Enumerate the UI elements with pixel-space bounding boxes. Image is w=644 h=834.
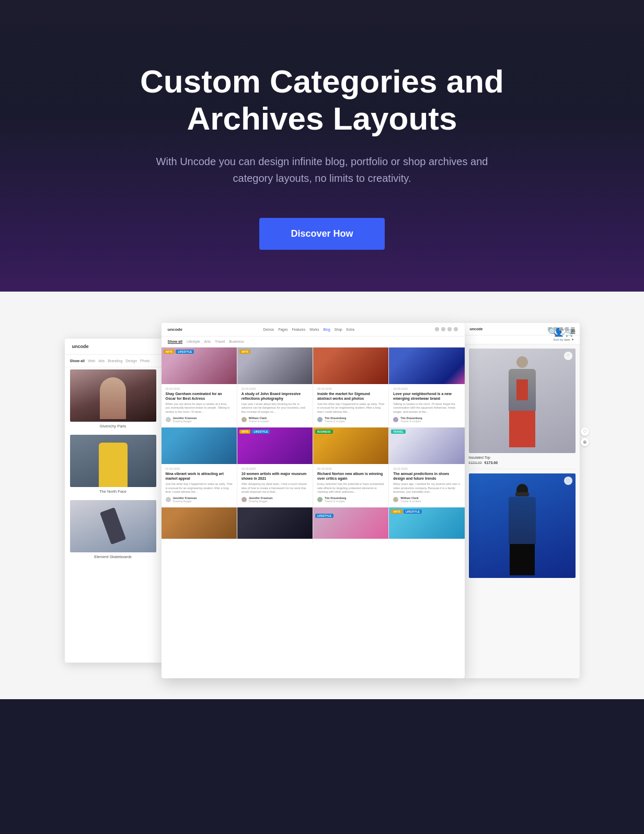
blog-card-9[interactable] (162, 507, 237, 543)
card-2-author-avatar (242, 417, 247, 422)
card-2-excerpt: Last year I wrote about why booking too … (242, 402, 308, 414)
filter-tab-photo[interactable]: Photo (140, 359, 150, 363)
sidebar-card-1[interactable]: Givenchy Paris (65, 367, 162, 433)
blog-nav-icons (435, 327, 458, 331)
filter-tab-design[interactable]: Design (125, 359, 137, 363)
hero-section: Custom Categories and Archives Layouts W… (0, 0, 644, 292)
nav-blog[interactable]: Blog (324, 328, 330, 331)
nav-works[interactable]: Works (309, 328, 319, 331)
card-4-date: 18.03.2020 (393, 387, 460, 390)
card-4-author-role: Trainer & sculptor (400, 420, 422, 423)
card-7-title: Richard Norton new album is winning over… (317, 471, 384, 481)
blog-card-5[interactable]: 07.03.2020 Nina vibrant work is attracti… (162, 427, 237, 507)
hero-subtitle: With Uncode you can design infinite blog… (155, 153, 489, 187)
product-1-price-old: €153.00 (469, 461, 482, 465)
blog-nav: uncode Demos Pages Features Works Blog S… (162, 323, 465, 337)
card-7-excerpt: Every selection has the potential to hav… (317, 482, 384, 494)
sidebar-action-2[interactable]: ⊕ (581, 438, 589, 446)
sidebar-action-1[interactable]: ♡ (581, 427, 589, 436)
filter-tab-all[interactable]: Show all (70, 359, 85, 363)
nav-features[interactable]: Features (292, 328, 306, 331)
nav-pages[interactable]: Pages (278, 328, 288, 331)
card-6-author-role: Drawing blogger (249, 500, 273, 503)
shop-user-icon[interactable]: 👤 (554, 327, 557, 331)
left-sidebar-logo: uncode (65, 339, 162, 355)
nav-shop[interactable]: Shop (335, 328, 342, 331)
card-7-author-avatar (317, 497, 323, 502)
card-3-date: 20.03.2020 (317, 387, 384, 390)
card-3-author-role: Trainer & sculptor (325, 420, 346, 423)
card-6-excerpt: After designing my ideal team, I had a m… (242, 482, 308, 494)
nav-extra[interactable]: Extra (347, 328, 354, 331)
card-5-date: 07.03.2020 (166, 467, 233, 470)
blog-nav-links: Demos Pages Features Works Blog Shop Ext… (263, 328, 354, 331)
blog-card-8[interactable]: TRAVEL 18.02.2020 The annual predictions… (389, 427, 464, 507)
blog-row-2: 07.03.2020 Nina vibrant work is attracti… (162, 427, 465, 507)
filter-lifestyle[interactable]: Lifestyle (187, 340, 200, 344)
discover-how-button[interactable]: Discover How (259, 218, 384, 250)
card-2-date: 22.03.2020 (242, 387, 308, 390)
shop-search-icon[interactable]: 🔍 (548, 327, 551, 331)
blog-card-2[interactable]: ARTS 22.03.2020 A study of John Board im… (237, 348, 313, 427)
tag-lifestyle: LIFESTYLE (176, 350, 194, 354)
tag-travel-8: TRAVEL (391, 430, 406, 434)
blog-row-1: ARTS LIFESTYLE 25.03.2020 Shay Garnham n… (162, 348, 465, 427)
card-5-excerpt: Just the other day I happened to wake up… (166, 482, 233, 494)
card-1-author-name: Jennifer Freeman (173, 416, 197, 420)
blog-filter-tabs: Show all Lifestyle Arts Travel Business (162, 337, 465, 348)
sidebar-card-3[interactable]: Element Skateboards (65, 498, 162, 563)
shop-sort[interactable]: Sort by later ▼ (465, 335, 580, 344)
card-1-title: Shay Garnham nominated for an Oscar for … (166, 391, 233, 401)
card-4-author-name: Tim Drazenberg (400, 416, 422, 420)
card-6-author-avatar (242, 497, 247, 502)
right-shop-wrapper: uncode 🔍 👤 ♡ 🛒 ≡ Sort by later ▼ (465, 323, 580, 678)
blog-nav-logo: uncode (168, 327, 182, 332)
card-4-title: Love your neighborhood is a new emerging… (393, 391, 460, 401)
card-6-date: 03.03.2020 (242, 467, 308, 470)
nav-demos[interactable]: Demos (263, 328, 274, 331)
card-8-author-role: Trainer & sculptor (400, 500, 421, 503)
blog-card-11[interactable]: LIFESTYLE (313, 507, 388, 543)
filter-arts[interactable]: Arts (204, 340, 211, 344)
card-8-excerpt: Many years ago, I worked for my parents … (393, 482, 460, 494)
shop-nav-icons: 🔍 👤 ♡ 🛒 ≡ (548, 327, 574, 331)
shop-product-2[interactable]: ♡ (465, 469, 580, 582)
blog-row-3: LIFESTYLE ARTS LIFESTYLE (162, 507, 465, 543)
filter-show-all[interactable]: Show all (168, 340, 182, 344)
card-4-author-avatar (393, 417, 398, 422)
card-1-excerpt: When you are alone for days or weeks at … (166, 402, 233, 414)
blog-card-10[interactable] (237, 507, 313, 543)
filter-tab-branding[interactable]: Branding (108, 359, 122, 363)
filter-business[interactable]: Business (229, 340, 244, 344)
blog-card-3[interactable]: 20.03.2020 Inside the market for Sigmund… (313, 348, 388, 427)
blog-card-7[interactable]: BUSINESS 02.03.2020 Richard Norton new a… (313, 427, 388, 507)
blog-card-12[interactable]: ARTS LIFESTYLE (389, 507, 464, 543)
card-7-author-role: Trainer & sculptor (325, 500, 346, 503)
left-sidebar-mockup: uncode Show all Web Ads Branding Design … (65, 339, 162, 663)
product-2-wishlist[interactable]: ♡ (564, 477, 572, 485)
shop-product-1[interactable]: ♡ Insulated Top €153.00 €173.00 (465, 344, 580, 469)
sidebar-card-2[interactable]: The North Face (65, 433, 162, 498)
filter-travel[interactable]: Travel (215, 340, 225, 344)
card-3-author-name: Tim Drazenberg (325, 416, 346, 420)
shop-menu-icon[interactable]: ≡ (571, 327, 574, 331)
card-1-author-avatar (166, 417, 171, 422)
filter-tab-web[interactable]: Web (88, 359, 95, 363)
shop-nav: uncode 🔍 👤 ♡ 🛒 ≡ (465, 323, 580, 335)
blog-card-1[interactable]: ARTS LIFESTYLE 25.03.2020 Shay Garnham n… (162, 348, 237, 427)
card-2-author-name: William Clark (249, 416, 269, 420)
right-shop-mockup: uncode 🔍 👤 ♡ 🛒 ≡ Sort by later ▼ (465, 323, 580, 678)
card-4-excerpt: Talking to randos is the norm. I'll neve… (393, 402, 460, 414)
card-8-date: 18.02.2020 (393, 467, 460, 470)
card-5-author-role: Drawing blogger (173, 500, 197, 503)
mockup-section: uncode Show all Web Ads Branding Design … (0, 292, 644, 699)
card-6-title: 10 women artists with major museum shows… (242, 471, 308, 481)
shop-heart-icon[interactable]: ♡ (559, 327, 563, 331)
tag-arts-6: ARTS (239, 430, 251, 434)
blog-card-6[interactable]: ARTS LIFESTYLE 03.03.2020 10 women artis… (237, 427, 313, 507)
shop-cart-icon[interactable]: 🛒 (565, 327, 569, 331)
filter-tab-ads[interactable]: Ads (98, 359, 105, 363)
blog-card-4[interactable]: 18.03.2020 Love your neighborhood is a n… (389, 348, 464, 427)
tag-arts-2: ARTS (239, 350, 251, 354)
product-1-wishlist[interactable]: ♡ (564, 352, 572, 360)
